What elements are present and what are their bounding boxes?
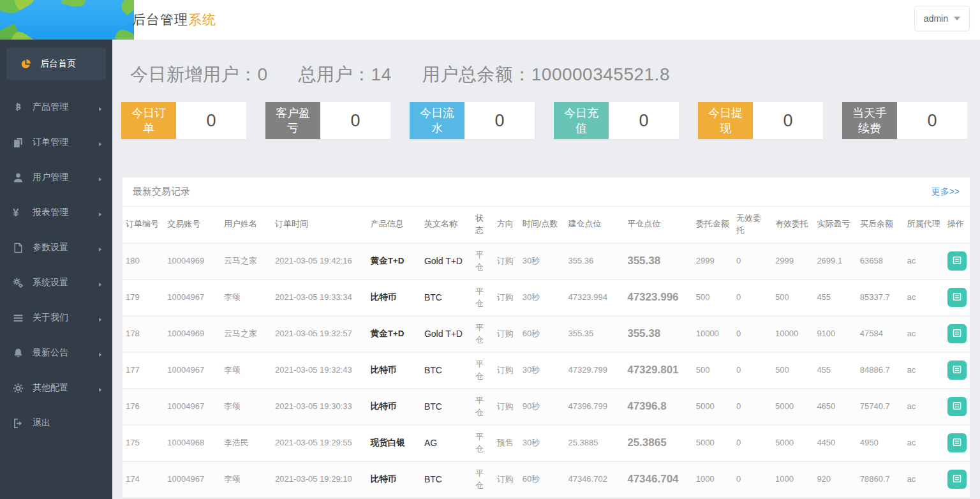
cell-order_time: 2021-03-05 19:32:43 bbox=[272, 352, 368, 389]
cell-account: 10004968 bbox=[164, 425, 221, 461]
table-header-row: 订单编号交易账号用户姓名订单时间产品信息英文名称状态方向时间/点数建仓点位平仓点… bbox=[122, 207, 970, 243]
cell-product: 比特币 bbox=[368, 352, 421, 389]
cell-status: 平仓 bbox=[472, 425, 494, 461]
cell-balance_after: 85337.7 bbox=[857, 279, 904, 316]
cell-valid_entrust: 10000 bbox=[772, 316, 813, 352]
sidebar-item-2[interactable]: 订单管理 bbox=[0, 126, 112, 158]
sidebar-item-8[interactable]: 最新公告 bbox=[0, 337, 112, 369]
chevron-down-icon bbox=[954, 17, 960, 20]
column-header-8: 时间/点数 bbox=[519, 207, 565, 243]
list-icon bbox=[952, 364, 962, 376]
admin-dropdown[interactable]: admin bbox=[914, 6, 970, 31]
operation-detail-button[interactable] bbox=[947, 397, 967, 416]
cell-order_id: 179 bbox=[122, 279, 164, 316]
logo-image bbox=[0, 0, 134, 40]
cell-valid_entrust: 500 bbox=[772, 279, 813, 316]
cell-valid_entrust: 2999 bbox=[772, 243, 813, 279]
cell-product: 现货白银 bbox=[368, 425, 421, 461]
cell-operation bbox=[944, 425, 970, 461]
stat-card-value: 0 bbox=[320, 102, 390, 139]
cell-duration: 60秒 bbox=[519, 461, 565, 498]
sidebar-item-7[interactable]: 关于我们 bbox=[0, 302, 112, 334]
logout-icon bbox=[13, 418, 24, 429]
sidebar-item-label: 退出 bbox=[33, 417, 50, 429]
cell-account: 10004967 bbox=[164, 279, 221, 316]
sidebar-item-label: 其他配置 bbox=[33, 382, 68, 394]
cell-close_point: 47346.704 bbox=[624, 461, 693, 498]
yen-icon: ¥ bbox=[13, 207, 24, 218]
sidebar-item-4[interactable]: ¥报表管理 bbox=[0, 197, 112, 228]
cell-agent: ac bbox=[904, 243, 944, 279]
list-icon bbox=[952, 255, 962, 267]
table-row: 17510004968李浩民2021-03-05 19:29:55现货白银AG平… bbox=[122, 425, 970, 461]
cell-en_name: Gold T+D bbox=[421, 316, 472, 352]
sidebar-item-0[interactable]: 后台首页 bbox=[6, 48, 106, 80]
cell-account: 10004969 bbox=[164, 243, 221, 279]
sidebar-item-10[interactable]: 退出 bbox=[0, 407, 112, 439]
operation-detail-button[interactable] bbox=[947, 433, 967, 452]
cell-operation bbox=[944, 461, 970, 498]
sidebar-item-6[interactable]: 系统设置 bbox=[0, 267, 112, 299]
more-link[interactable]: 更多>> bbox=[932, 186, 960, 198]
column-header-16: 所属代理 bbox=[904, 207, 944, 243]
list-icon bbox=[952, 328, 962, 340]
column-header-3: 订单时间 bbox=[272, 207, 368, 243]
cell-close_point: 47323.996 bbox=[624, 279, 693, 316]
panel-title: 最新交易记录 bbox=[133, 186, 190, 198]
operation-detail-button[interactable] bbox=[947, 251, 967, 271]
cell-entrust_amount: 500 bbox=[693, 352, 733, 389]
column-header-6: 状态 bbox=[472, 207, 494, 243]
cell-status: 平仓 bbox=[472, 352, 494, 389]
column-header-11: 委托金额 bbox=[693, 207, 733, 243]
stat-card-value: 0 bbox=[464, 102, 535, 139]
gear-icon bbox=[13, 383, 24, 394]
top-bar: 后台管理系统 admin bbox=[0, 0, 980, 40]
cell-product: 比特币 bbox=[368, 389, 421, 425]
cell-username: 云马之家 bbox=[221, 316, 272, 352]
sidebar: 后台首页产品管理订单管理用户管理¥报表管理参数设置系统设置关于我们最新公告其他配… bbox=[0, 40, 112, 499]
cell-open_point: 47329.799 bbox=[565, 352, 624, 389]
sidebar-item-3[interactable]: 用户管理 bbox=[0, 161, 112, 193]
title-accent: 系统 bbox=[188, 11, 216, 29]
cell-duration: 30秒 bbox=[519, 352, 565, 389]
operation-detail-button[interactable] bbox=[947, 361, 967, 380]
operation-detail-button[interactable] bbox=[947, 470, 967, 489]
cell-invalid_entrust: 0 bbox=[733, 243, 772, 279]
sidebar-item-5[interactable]: 参数设置 bbox=[0, 232, 112, 264]
cell-actual_profit: 455 bbox=[813, 279, 856, 316]
table-row: 17610004967李颂2021-03-05 19:30:33比特币BTC平仓… bbox=[122, 389, 970, 425]
stat-card-label: 今日充值 bbox=[554, 102, 609, 139]
operation-detail-button[interactable] bbox=[947, 288, 967, 307]
operation-detail-button[interactable] bbox=[947, 324, 967, 343]
cell-direction: 订购 bbox=[494, 243, 519, 279]
sidebar-item-label: 后台首页 bbox=[40, 58, 76, 70]
cell-order_time: 2021-03-05 19:29:10 bbox=[272, 461, 368, 498]
stat-card-2: 今日流水0 bbox=[410, 102, 535, 139]
cell-order_time: 2021-03-05 19:42:16 bbox=[272, 243, 368, 279]
cell-direction: 订购 bbox=[494, 461, 519, 498]
summary-stat-0: 今日新增用户：0 bbox=[130, 63, 268, 87]
cell-en_name: BTC bbox=[421, 461, 472, 498]
cell-open_point: 47346.702 bbox=[565, 461, 624, 498]
sidebar-item-1[interactable]: 产品管理 bbox=[0, 91, 112, 123]
cell-agent: ac bbox=[904, 352, 944, 389]
cell-status: 平仓 bbox=[472, 279, 494, 316]
cell-username: 李颂 bbox=[221, 389, 272, 425]
cell-agent: ac bbox=[904, 389, 944, 425]
cell-order_id: 175 bbox=[122, 425, 164, 461]
stat-card-label: 今日提现 bbox=[698, 102, 753, 139]
cell-close_point: 47329.801 bbox=[624, 352, 693, 389]
cell-account: 10004967 bbox=[164, 352, 221, 389]
bell-icon bbox=[13, 348, 24, 359]
cell-account: 10004967 bbox=[164, 461, 221, 498]
cell-entrust_amount: 1000 bbox=[693, 461, 733, 498]
cell-product: 比特币 bbox=[368, 461, 421, 498]
cell-en_name: BTC bbox=[421, 389, 472, 425]
column-header-12: 无效委托 bbox=[733, 207, 772, 243]
cell-order_id: 174 bbox=[122, 461, 164, 498]
sidebar-item-9[interactable]: 其他配置 bbox=[0, 372, 112, 404]
cell-close_point: 25.3865 bbox=[624, 425, 693, 461]
table-row: 17910004967李颂2021-03-05 19:33:34比特币BTC平仓… bbox=[122, 279, 970, 316]
cell-open_point: 47323.994 bbox=[565, 279, 624, 316]
cell-open_point: 47396.799 bbox=[565, 389, 624, 425]
